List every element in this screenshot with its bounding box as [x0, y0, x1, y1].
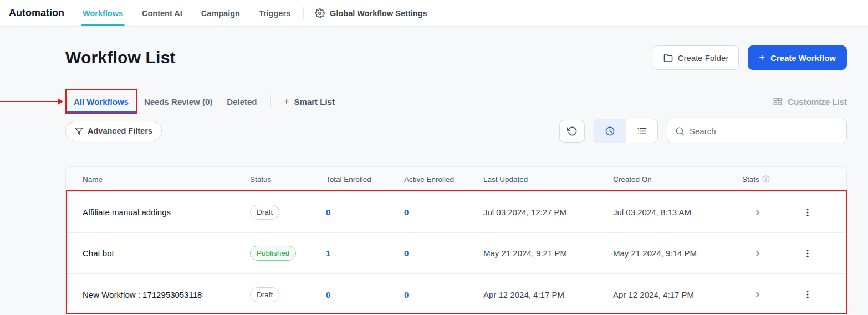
status-badge: Draft [250, 287, 279, 302]
smart-list-label: Smart List [294, 97, 335, 106]
plus-icon: + [759, 52, 765, 64]
list-view-toggle[interactable] [626, 119, 657, 143]
header-last-updated: Last Updated [483, 175, 613, 184]
view-toggle [594, 119, 658, 143]
header-active-enrolled: Active Enrolled [404, 175, 483, 184]
kebab-icon [803, 289, 813, 299]
kebab-menu-button[interactable] [800, 287, 815, 302]
created-on-value: May 21 2024, 9:14 PM [613, 248, 742, 258]
header-total-enrolled: Total Enrolled [326, 175, 404, 184]
total-enrolled-value[interactable]: 1 [326, 248, 404, 258]
list-tabs-row: All Workflows Needs Review (0) Deleted +… [65, 89, 847, 114]
create-workflow-label: Create Workflow [770, 53, 836, 63]
stats-chevron-button[interactable] [742, 249, 792, 258]
search-input[interactable] [690, 126, 839, 136]
kebab-icon [803, 207, 813, 217]
tab-deleted[interactable]: Deleted [219, 97, 264, 106]
chevron-right-icon [753, 249, 762, 258]
last-updated-value: May 21 2024, 9:21 PM [483, 248, 613, 258]
create-workflow-button[interactable]: + Create Workflow [748, 45, 847, 70]
filters-row: Advanced Filters [65, 119, 847, 143]
history-button[interactable] [559, 120, 585, 143]
advanced-filters-button[interactable]: Advanced Filters [65, 121, 162, 141]
table-body: Affiliate manual addings Draft 0 0 Jul 0… [66, 192, 846, 315]
create-folder-button[interactable]: Create Folder [653, 45, 739, 70]
header-status: Status [250, 175, 326, 184]
tabs-divider [270, 95, 271, 108]
tab-needs-review[interactable]: Needs Review (0) [137, 97, 219, 106]
advanced-filters-label: Advanced Filters [88, 126, 152, 135]
folder-icon [663, 53, 673, 63]
kebab-menu-button[interactable] [800, 205, 815, 220]
kebab-icon [803, 248, 813, 258]
active-enrolled-value[interactable]: 0 [404, 207, 483, 217]
top-navigation: Automation Workflows Content AI Campaign… [0, 0, 868, 27]
funnel-icon [75, 127, 83, 135]
customize-list-label: Customize List [788, 97, 847, 106]
time-view-toggle[interactable] [594, 119, 626, 143]
stats-chevron-button[interactable] [742, 208, 792, 217]
status-badge: Published [250, 246, 296, 261]
workflow-table: Name Status Total Enrolled Active Enroll… [65, 166, 847, 315]
last-updated-value: Jul 03 2024, 12:27 PM [483, 207, 613, 217]
search-container [667, 119, 847, 143]
global-workflow-settings[interactable]: Global Workflow Settings [315, 0, 427, 26]
active-enrolled-value[interactable]: 0 [404, 290, 483, 299]
main-content: Workflow List Create Folder + Create Wor… [0, 27, 868, 315]
row-actions-cell [792, 205, 846, 220]
workflow-name[interactable]: Affiliate manual addings [66, 207, 250, 217]
header-name: Name [66, 175, 250, 184]
top-nav-tabs: Workflows Content AI Campaign Triggers [81, 0, 292, 26]
active-enrolled-value[interactable]: 0 [404, 248, 483, 258]
smart-list-button[interactable]: + Smart List [283, 95, 334, 108]
clock-icon [605, 126, 615, 136]
header-created-on: Created On [613, 175, 742, 184]
table-row[interactable]: Affiliate manual addings Draft 0 0 Jul 0… [66, 192, 846, 233]
page-title: Workflow List [65, 48, 176, 67]
app-title: Automation [9, 0, 64, 26]
page-header: Workflow List Create Folder + Create Wor… [65, 27, 847, 70]
status-cell: Draft [250, 287, 326, 302]
chevron-right-icon [753, 208, 762, 217]
customize-list-button[interactable]: Customize List [773, 96, 847, 106]
status-badge: Draft [250, 205, 279, 220]
row-actions-cell [792, 287, 846, 302]
tab-workflows[interactable]: Workflows [81, 0, 125, 26]
table-row[interactable]: New Workflow : 1712953053118 Draft 0 0 A… [66, 274, 846, 315]
workflow-name[interactable]: New Workflow : 1712953053118 [66, 290, 250, 299]
workflow-name[interactable]: Chat bot [66, 248, 250, 258]
nav-divider [303, 7, 304, 19]
info-icon [762, 175, 770, 183]
chevron-right-icon [753, 290, 762, 299]
header-actions: Create Folder + Create Workflow [653, 45, 847, 70]
annotation-arrow [0, 101, 62, 102]
table-header-row: Name Status Total Enrolled Active Enroll… [66, 167, 846, 192]
tab-content-ai[interactable]: Content AI [140, 0, 184, 26]
history-icon [567, 126, 578, 136]
plus-icon: + [283, 95, 289, 108]
created-on-value: Apr 12 2024, 4:17 PM [613, 290, 742, 299]
annotation-tab-highlight: All Workflows [65, 89, 137, 114]
filters-right-group [559, 119, 847, 143]
tab-all-workflows[interactable]: All Workflows [67, 90, 136, 113]
kebab-menu-button[interactable] [800, 246, 815, 261]
row-actions-cell [792, 246, 846, 261]
last-updated-value: Apr 12 2024, 4:17 PM [483, 290, 613, 299]
table-row[interactable]: Chat bot Published 1 0 May 21 2024, 9:21… [66, 233, 846, 274]
search-icon [675, 126, 685, 136]
stats-chevron-button[interactable] [742, 290, 792, 299]
total-enrolled-value[interactable]: 0 [326, 290, 404, 299]
status-cell: Draft [250, 205, 326, 220]
total-enrolled-value[interactable]: 0 [326, 207, 404, 217]
tab-campaign[interactable]: Campaign [200, 0, 242, 26]
status-cell: Published [250, 246, 326, 261]
create-folder-label: Create Folder [678, 53, 729, 63]
global-workflow-settings-label: Global Workflow Settings [330, 9, 427, 18]
header-stats: Stats [742, 175, 792, 184]
header-stats-label: Stats [742, 175, 759, 184]
gear-icon [315, 8, 325, 18]
tab-triggers[interactable]: Triggers [257, 0, 292, 26]
created-on-value: Jul 03 2024, 8:13 AM [613, 207, 742, 217]
grid-icon [773, 96, 783, 106]
list-icon [637, 126, 647, 136]
